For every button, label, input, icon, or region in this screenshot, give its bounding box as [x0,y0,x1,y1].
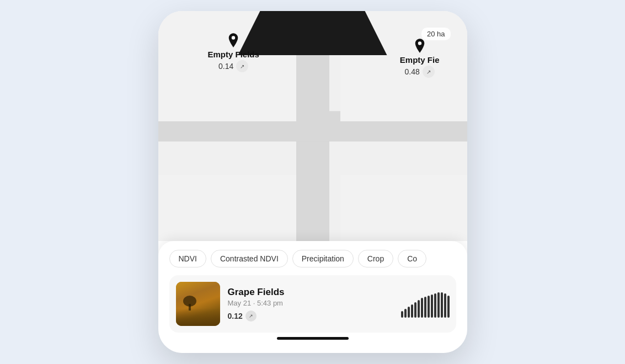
pin-left-label: Empty Fields [208,50,259,59]
pin-right-label: Empty Fie [400,55,440,65]
svg-point-0 [232,36,235,39]
pin-icon-left [227,33,239,47]
signal-bar [414,302,416,318]
map-pin-left[interactable]: Empty Fields 0.14 ↗ [208,33,259,72]
tree-silhouette-icon [181,293,198,312]
pin-icon-right [414,39,426,53]
field-bottom-right [340,175,467,241]
field-arrow-button[interactable]: ↗ [245,311,257,322]
pin-left-arrow-button[interactable]: ↗ [236,60,248,72]
phone-frame: 20 ha Empty Fields 0.14 ↗ Empty Fie 0.48 [158,11,467,353]
field-thumbnail [176,282,220,326]
field-value-row: 0.12 ↗ [228,311,393,322]
pin-left-value-row: 0.14 ↗ [218,60,248,72]
signal-bar [411,304,413,318]
home-bar [277,337,349,340]
signal-bar [408,307,410,318]
tab-contrasted-ndvi[interactable]: Contrasted NDVI [211,250,288,267]
field-card[interactable]: Grape Fields May 21 · 5:43 pm 0.12 ↗ [169,275,456,333]
field-info: Grape Fields May 21 · 5:43 pm 0.12 ↗ [228,287,393,322]
signal-chart [401,290,450,318]
tab-crop[interactable]: Crop [358,250,393,267]
signal-bar [418,300,420,318]
filter-tabs-container: NDVI Contrasted NDVI Precipitation Crop … [169,250,456,267]
signal-bar [428,296,430,318]
signal-bar [431,295,433,318]
pin-right-value: 0.48 [405,67,420,76]
signal-bar [401,311,403,318]
field-value: 0.12 [228,312,243,320]
signal-bar [404,309,407,318]
home-indicator [169,333,456,342]
signal-bar [434,293,436,318]
pin-left-value: 0.14 [218,62,233,71]
signal-bar [447,296,450,318]
pin-right-value-row: 0.48 ↗ [405,66,435,78]
signal-bar [441,292,443,318]
field-thumb-image [176,282,220,326]
tab-ndvi[interactable]: NDVI [169,250,206,267]
signal-bar [424,297,426,318]
svg-point-1 [418,41,421,45]
signal-bar [444,293,446,318]
field-date: May 21 · 5:43 pm [228,299,393,307]
bottom-panel: NDVI Contrasted NDVI Precipitation Crop … [158,241,467,353]
map-pin-right[interactable]: Empty Fie 0.48 ↗ [400,39,440,78]
signal-bar [437,292,440,318]
tab-precipitation[interactable]: Precipitation [292,250,354,267]
signal-bar [421,298,423,318]
field-name: Grape Fields [228,287,393,298]
svg-rect-3 [189,304,191,311]
field-bottom-left [158,175,296,241]
pin-right-arrow-button[interactable]: ↗ [423,66,435,78]
tab-co[interactable]: Co [398,250,426,267]
map-area[interactable]: 20 ha Empty Fields 0.14 ↗ Empty Fie 0.48 [158,11,467,241]
